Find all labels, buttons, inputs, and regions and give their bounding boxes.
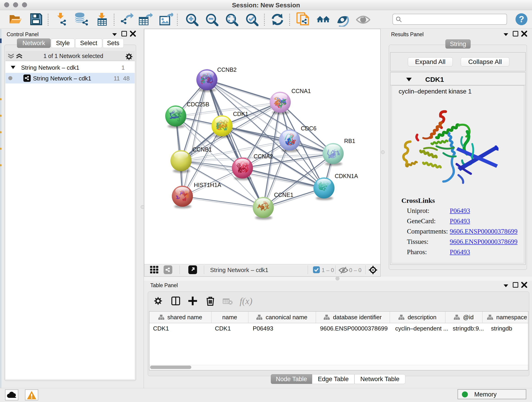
svg-text:RB1: RB1 (344, 138, 355, 144)
svg-text:CDC25B: CDC25B (187, 101, 209, 108)
svg-text:CDC6: CDC6 (301, 125, 317, 132)
svg-text:HIST1H1A: HIST1H1A (194, 182, 221, 188)
svg-text:CCNB1: CCNB1 (192, 146, 212, 153)
svg-text:CCNA2: CCNA2 (254, 153, 273, 160)
svg-text:CDK1: CDK1 (233, 111, 248, 117)
svg-text:CCNB2: CCNB2 (217, 66, 237, 73)
svg-text:CDKN1A: CDKN1A (335, 173, 358, 179)
svg-text:CCNA1: CCNA1 (291, 88, 311, 94)
svg-text:CCNE1: CCNE1 (274, 191, 293, 198)
